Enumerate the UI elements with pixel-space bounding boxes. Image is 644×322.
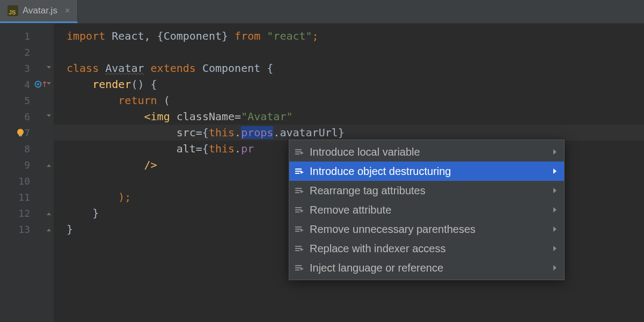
code-line: <img className="Avatar"	[67, 108, 644, 125]
menu-item-rearrange-tag-attributes[interactable]: Rearrange tag attributes	[289, 181, 564, 200]
menu-label: Replace with indexer access	[310, 243, 445, 255]
code-line: import React, {Component} from "react";	[67, 28, 644, 44]
menu-label: Rearrange tag attributes	[310, 185, 426, 197]
line-number: 11	[0, 189, 54, 205]
submenu-arrow-icon	[553, 149, 557, 155]
fold-close-icon[interactable]	[46, 226, 52, 232]
intention-icon	[295, 166, 304, 176]
intention-icon	[295, 224, 304, 234]
intention-icon	[295, 244, 304, 253]
line-number: 10	[0, 173, 54, 189]
tab-bar: JS Avatar.js ×	[0, 0, 644, 24]
line-number: 4	[0, 76, 54, 92]
menu-label: Inject language or reference	[310, 262, 443, 274]
line-number: 12	[0, 205, 54, 221]
selected-token: props	[241, 126, 273, 139]
code-line: render() {	[67, 76, 644, 92]
menu-item-introduce-object-destructuring[interactable]: Introduce object destructuring	[289, 162, 564, 181]
js-file-icon: JS	[8, 5, 18, 16]
close-icon[interactable]: ×	[65, 6, 70, 16]
fold-close-icon[interactable]	[46, 162, 52, 168]
code-line: return (	[67, 92, 644, 108]
fold-icon[interactable]	[46, 113, 52, 120]
menu-item-inject-language-or-reference[interactable]: Inject language or reference	[289, 258, 564, 277]
line-number: 9	[0, 157, 54, 173]
file-tab[interactable]: JS Avatar.js ×	[0, 0, 78, 23]
lightbulb-icon[interactable]	[15, 127, 26, 138]
menu-label: Introduce object destructuring	[310, 165, 451, 178]
submenu-arrow-icon	[553, 207, 557, 213]
menu-item-remove-attribute[interactable]: Remove attribute	[289, 200, 564, 219]
intention-icon	[295, 186, 304, 195]
menu-item-remove-unnecessary-parentheses[interactable]: Remove unnecessary parentheses	[289, 219, 564, 239]
svg-rect-3	[19, 135, 22, 136]
tab-filename: Avatar.js	[23, 5, 57, 16]
line-number: 13	[0, 221, 54, 237]
menu-item-replace-with-indexer-access[interactable]: Replace with indexer access	[289, 239, 564, 258]
menu-label: Remove attribute	[310, 204, 391, 216]
menu-item-introduce-local-variable[interactable]: Introduce local variable	[289, 142, 564, 162]
fold-close-icon[interactable]	[46, 210, 52, 216]
svg-point-2	[17, 129, 24, 135]
submenu-arrow-icon	[553, 188, 557, 193]
menu-label: Remove unnecessary parentheses	[310, 223, 475, 236]
code-line	[67, 44, 644, 60]
line-number: 8	[0, 141, 54, 157]
intention-icon	[295, 147, 304, 157]
submenu-arrow-icon	[553, 169, 557, 174]
context-menu: Introduce local variable Introduce objec…	[289, 140, 565, 280]
line-number: 1	[0, 28, 54, 44]
line-number: 6	[0, 108, 54, 125]
submenu-arrow-icon	[553, 265, 557, 270]
fold-icon[interactable]	[46, 81, 52, 87]
fold-icon[interactable]	[46, 65, 52, 71]
intention-icon	[295, 263, 304, 273]
code-line: class Avatar extends Component {	[67, 60, 644, 76]
line-number: 2	[0, 44, 54, 60]
submenu-arrow-icon	[553, 226, 557, 232]
code-line-current: src={this.props.avatarUrl}	[54, 125, 644, 141]
line-number: 3	[0, 60, 54, 76]
menu-label: Introduce local variable	[310, 146, 420, 158]
intention-icon	[295, 205, 304, 215]
submenu-arrow-icon	[553, 246, 557, 251]
override-icon[interactable]	[34, 80, 47, 88]
line-number: 7	[0, 125, 54, 141]
line-number: 5	[0, 92, 54, 108]
gutter: 1 2 3 4 5 6 7 8 9	[0, 24, 54, 322]
svg-point-1	[37, 83, 39, 85]
